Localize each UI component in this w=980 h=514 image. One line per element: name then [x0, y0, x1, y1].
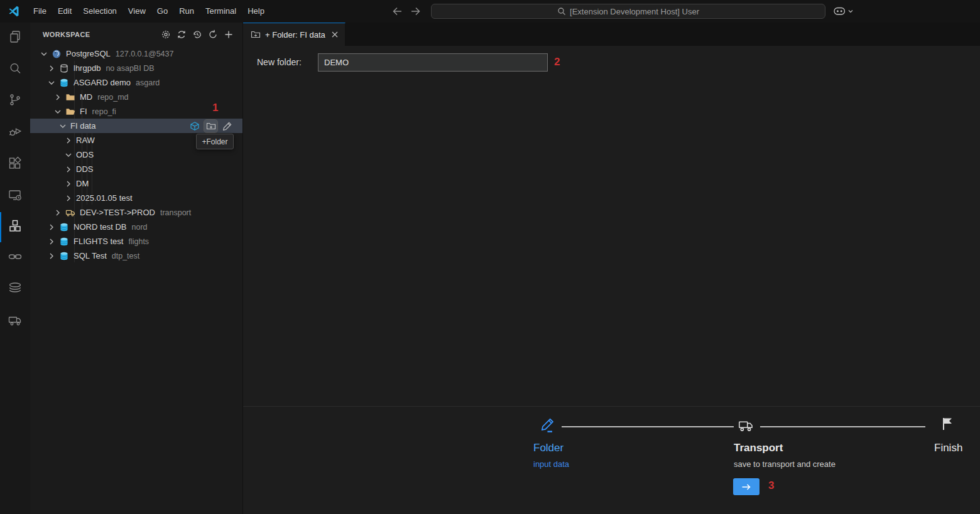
refresh-icon[interactable] — [208, 29, 218, 40]
vscode-logo-icon — [8, 5, 20, 18]
tree-item-postgresql[interactable]: PostgreSQL127.0.0.1@5437 — [30, 46, 242, 61]
tree-item-dm[interactable]: DM — [30, 176, 242, 191]
edit-action-icon[interactable] — [220, 120, 234, 132]
chevron-down-icon[interactable] — [46, 78, 57, 88]
copilot-icon — [833, 6, 846, 16]
link-icon — [8, 249, 23, 267]
truck-icon — [8, 313, 23, 330]
tree-item-description: transport — [160, 208, 191, 217]
row-actions — [188, 119, 234, 133]
menu-terminal[interactable]: Terminal — [200, 0, 242, 23]
chevron-down-icon[interactable] — [58, 121, 68, 131]
tree-item-flights-test[interactable]: FLIGHTS testflights — [30, 234, 242, 249]
db-icon — [59, 251, 70, 261]
tree-item-fi-data[interactable]: FI data — [30, 119, 242, 133]
chevron-right-icon[interactable] — [53, 92, 63, 102]
wizard-stepper: Folder input data Transport save to tran… — [243, 406, 980, 514]
activity-explorer[interactable] — [0, 23, 30, 53]
cube-action-icon[interactable] — [188, 120, 201, 132]
chevron-right-icon[interactable] — [46, 222, 57, 232]
activity-search[interactable] — [0, 55, 30, 85]
annotation-3: 3 — [768, 479, 774, 492]
search-icon — [557, 7, 566, 16]
forward-arrow-icon[interactable] — [410, 5, 422, 18]
tree-item-label: FI — [80, 107, 87, 116]
db-icon — [59, 237, 70, 247]
tree-item-label: SQL Test — [74, 251, 107, 260]
chevron-down-icon[interactable] — [63, 150, 74, 160]
activity-extensions[interactable] — [0, 149, 30, 179]
stepper-line — [562, 426, 734, 427]
activity-source-control[interactable] — [0, 86, 30, 116]
menu-help[interactable]: Help — [242, 0, 270, 23]
tree-item-nord-test-db[interactable]: NORD test DBnord — [30, 220, 242, 234]
add-folder-tooltip: +Folder — [196, 134, 234, 149]
stepper-line — [760, 426, 925, 427]
chevron-right-icon[interactable] — [53, 208, 63, 218]
activity-run-debug[interactable] — [0, 117, 30, 147]
chevron-right-icon[interactable] — [46, 251, 57, 261]
run-debug-icon — [8, 124, 23, 141]
command-center[interactable]: [Extension Development Host] User — [431, 4, 825, 19]
transport-truck-icon — [738, 417, 754, 437]
activity-cubes-extension[interactable] — [0, 212, 30, 242]
history-icon[interactable] — [192, 29, 202, 40]
tree-item-2025-01-05-test[interactable]: 2025.01.05 test — [30, 191, 242, 205]
close-icon[interactable] — [330, 29, 340, 40]
cubes-icon — [8, 218, 23, 236]
add-icon[interactable] — [224, 29, 234, 40]
activity-transport[interactable] — [0, 306, 30, 336]
menu-go[interactable]: Go — [151, 0, 173, 23]
tree-item-label: ODS — [76, 150, 94, 159]
menu-view[interactable]: View — [122, 0, 151, 23]
new-folder-input[interactable] — [318, 53, 548, 72]
annotation-1: 1 — [212, 102, 218, 114]
tree-item-fi[interactable]: FIrepo_fi — [30, 104, 242, 119]
menu-selection[interactable]: Selection — [77, 0, 122, 23]
activity-link[interactable] — [0, 243, 30, 273]
menu-edit[interactable]: Edit — [52, 0, 77, 23]
activity-data-layers[interactable] — [0, 274, 30, 304]
tab-folder-fi-data[interactable]: + Folder: FI data — [243, 23, 346, 46]
chevron-right-icon[interactable] — [63, 193, 74, 203]
chevron-right-icon[interactable] — [63, 164, 74, 174]
chevron-down-icon — [847, 8, 854, 14]
sidebar-title: WORKSPACE — [43, 31, 90, 38]
tree-item-label: FI data — [70, 121, 95, 131]
db-icon — [59, 222, 70, 232]
tree-item-sql-test[interactable]: SQL Testdtp_test — [30, 249, 242, 263]
tree-item-dev-test-prod[interactable]: DEV->TEST->PRODtransport — [30, 205, 242, 220]
chevron-right-icon[interactable] — [46, 63, 57, 73]
tree-item-description: repo_fi — [92, 107, 116, 116]
command-center-label: [Extension Development Host] User — [570, 7, 699, 16]
sync-icon[interactable] — [177, 29, 187, 40]
activity-remote-explorer[interactable] — [0, 181, 30, 211]
db-icon — [59, 78, 70, 88]
tree-item-md[interactable]: MDrepo_md — [30, 90, 242, 104]
tree-item-dds[interactable]: DDS — [30, 162, 242, 176]
copilot-menu[interactable] — [833, 6, 854, 16]
new-folder-action-icon[interactable] — [204, 120, 217, 132]
tab-bar: + Folder: FI data — [243, 23, 980, 46]
menu-bar: File Edit Selection View Go Run Terminal… — [28, 0, 270, 23]
chevron-right-icon[interactable] — [63, 136, 74, 146]
settings-gear-icon[interactable] — [161, 29, 171, 40]
next-button[interactable] — [733, 478, 760, 495]
tree-item-asgard-demo[interactable]: ASGARD demoasgard — [30, 75, 242, 90]
menu-run[interactable]: Run — [173, 0, 200, 23]
tree-item-label: RAW — [76, 136, 95, 145]
chevron-right-icon[interactable] — [46, 237, 57, 247]
tree-item-ods[interactable]: ODS — [30, 147, 242, 162]
back-arrow-icon[interactable] — [391, 5, 403, 18]
tab-label: + Folder: FI data — [265, 30, 325, 40]
menu-file[interactable]: File — [28, 0, 52, 23]
chevron-down-icon[interactable] — [39, 49, 49, 59]
chevron-right-icon[interactable] — [63, 179, 74, 189]
step-folder-subtitle: input data — [533, 459, 569, 469]
new-folder-icon — [251, 29, 261, 40]
step-folder-title: Folder — [533, 442, 564, 454]
tree-item-lhrgpdb[interactable]: lhrgpdbno asapBI DB — [30, 61, 242, 75]
db-outline-icon — [59, 63, 70, 73]
chevron-down-icon[interactable] — [53, 107, 63, 117]
explorer-icon — [8, 29, 23, 47]
